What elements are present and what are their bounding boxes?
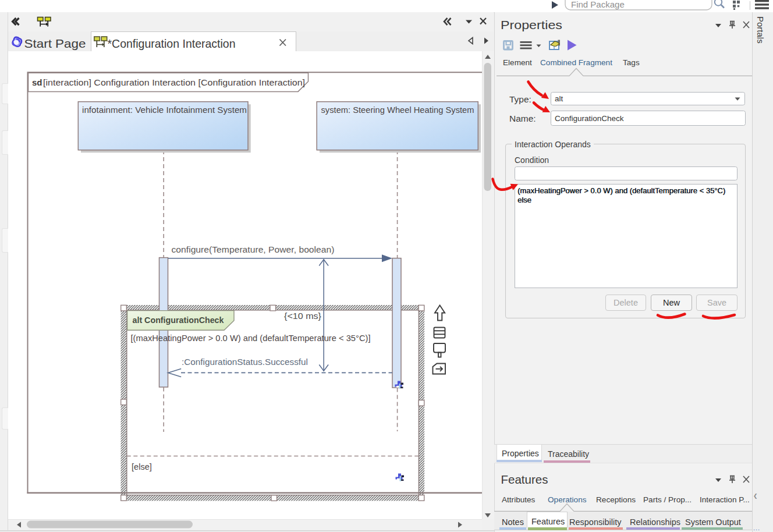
svg-text:Start Page: Start Page (24, 37, 86, 50)
svg-text:[interaction] Configuration In: [interaction] Configuration Interaction … (43, 77, 305, 87)
svg-text:Features: Features (501, 473, 548, 486)
svg-text:system: Steering Wheel Heating: system: Steering Wheel Heating System (321, 105, 474, 115)
svg-text:Find Package: Find Package (571, 0, 625, 9)
svg-text::ConfigurationStatus.Successfu: :ConfigurationStatus.Successful (182, 357, 308, 367)
svg-text:sd: sd (32, 77, 42, 87)
svg-text:[(maxHeatingPower > 0.0 W) and: [(maxHeatingPower > 0.0 W) and (defaultT… (131, 333, 371, 343)
svg-text:infotainment: Vehicle Infotain: infotainment: Vehicle Infotainment Syste… (82, 105, 247, 115)
svg-text:*Configuration Interaction: *Configuration Interaction (108, 37, 236, 50)
svg-text:alt ConfigurationCheck: alt ConfigurationCheck (133, 315, 225, 325)
svg-text:configure(Temperature, Power,: configure(Temperature, Power, boolean) (172, 244, 335, 254)
svg-text:{<10 ms}: {<10 ms} (284, 311, 321, 321)
svg-text:[else]: [else] (132, 462, 152, 471)
svg-text:Properties: Properties (501, 18, 562, 31)
